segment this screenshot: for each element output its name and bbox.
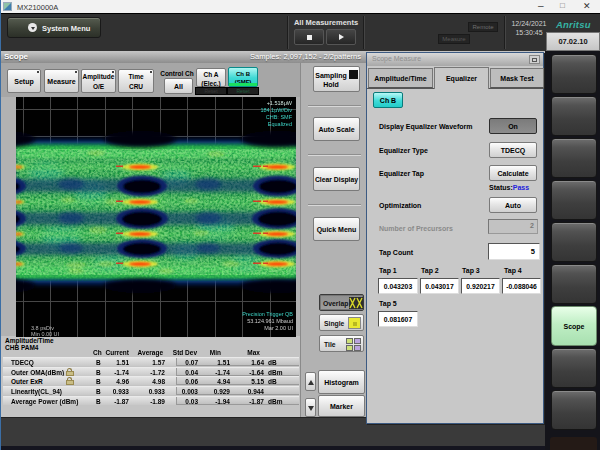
svg-text:Precision Trigger QB: Precision Trigger QB: [242, 311, 293, 317]
svg-text:Equalized: Equalized: [268, 121, 292, 127]
svg-text:53.124.961 Mbaud: 53.124.961 Mbaud: [247, 318, 293, 324]
svg-text:CHB: SMF: CHB: SMF: [266, 114, 293, 120]
svg-text:+1.518μW: +1.518μW: [267, 100, 293, 106]
svg-text:184.1μW/Div: 184.1μW/Div: [260, 107, 292, 113]
svg-text:Mar 2.00 UI: Mar 2.00 UI: [264, 325, 293, 331]
